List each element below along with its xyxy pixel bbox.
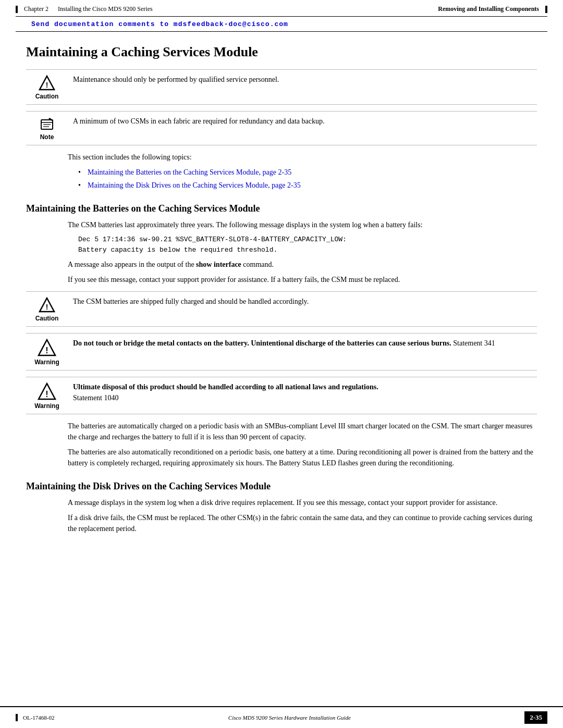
warning2-bold-text: Ultimate disposal of this product should… [73, 383, 378, 391]
note1-icon-col: Note [26, 116, 68, 141]
warning2-normal-text: Statement 1040 [73, 394, 119, 402]
section2-para1: A message displays in the system log whe… [68, 497, 537, 508]
warning1-row: ! Warning Do not touch or bridge the met… [26, 333, 537, 371]
caution1-row: ! Caution Maintenance should only be per… [26, 69, 537, 105]
warning1-icon: ! [38, 339, 56, 357]
footer-page-number: 2-35 [524, 711, 547, 724]
section1-para1: The CSM batteries last approximately thr… [68, 219, 537, 230]
header-left: Chapter 2 Installing the Cisco MDS 9200 … [16, 5, 153, 13]
page-container: Chapter 2 Installing the Cisco MDS 9200 … [0, 0, 563, 728]
svg-text:!: ! [46, 303, 48, 311]
topics-list: Maintaining the Batteries on the Caching… [78, 167, 537, 191]
svg-text:!: ! [46, 81, 48, 89]
section1-para2: A message also appears in the output of … [68, 259, 537, 270]
footer-left-bar [16, 714, 18, 721]
section2-heading: Maintaining the Disk Drives on the Cachi… [26, 481, 537, 492]
page-header: Chapter 2 Installing the Cisco MDS 9200 … [0, 0, 563, 16]
section1-para3: If you see this message, contact your su… [68, 274, 537, 285]
feedback-bar: Send documentation comments to mdsfeedba… [16, 16, 547, 32]
caution2-label: Caution [35, 315, 59, 322]
caution1-label: Caution [35, 93, 59, 100]
caution1-icon-col: ! Caution [26, 74, 68, 100]
warning1-icon-col: ! Warning [26, 338, 68, 366]
warning1-text: Do not touch or bridge the metal contact… [68, 338, 537, 349]
note-icon [39, 117, 55, 132]
svg-text:!: ! [45, 346, 48, 355]
warning1-normal-text: Statement 341 [451, 339, 495, 347]
header-chapter-title: Installing the Cisco MDS 9200 Series [58, 5, 153, 13]
header-right-bar [545, 6, 547, 13]
svg-text:!: ! [45, 390, 48, 399]
caution2-row: ! Caution The CSM batteries are shipped … [26, 291, 537, 327]
section1-para5: The batteries are also automatically rec… [68, 447, 537, 468]
show-interface-bold: show interface [196, 261, 241, 268]
header-right: Removing and Installing Components [438, 5, 547, 13]
footer-left: OL-17468-02 [16, 714, 55, 721]
note1-row: Note A minimum of two CSMs in each fabri… [26, 111, 537, 145]
header-chapter: Chapter 2 [24, 5, 48, 13]
note1-text: A minimum of two CSMs in each fabric are… [68, 116, 537, 127]
page-title: Maintaining a Caching Services Module [26, 44, 537, 60]
caution2-icon-col: ! Caution [26, 296, 68, 322]
caution-icon: ! [39, 75, 55, 92]
footer-doc-number: OL-17468-02 [23, 714, 55, 721]
caution2-text: The CSM batteries are shipped fully char… [68, 296, 537, 307]
warning1-label: Warning [34, 359, 59, 366]
intro-text: This section includes the following topi… [68, 152, 537, 163]
warning2-icon: ! [38, 382, 56, 401]
header-left-bar [16, 6, 18, 13]
warning2-label: Warning [34, 402, 59, 410]
code-line1: Dec 5 17:14:36 sw-90.21 %SVC_BATTERY-SLO… [78, 235, 537, 245]
warning2-row: ! Warning Ultimate disposal of this prod… [26, 377, 537, 414]
note1-label: Note [40, 133, 54, 141]
topic-link-2[interactable]: Maintaining the Disk Drives on the Cachi… [78, 180, 537, 191]
header-right-title: Removing and Installing Components [438, 5, 539, 13]
code-block: Dec 5 17:14:36 sw-90.21 %SVC_BATTERY-SLO… [78, 235, 537, 255]
section2-para2: If a disk drive fails, the CSM must be r… [68, 512, 537, 534]
topic-link-1-anchor[interactable]: Maintaining the Batteries on the Caching… [88, 168, 291, 176]
feedback-link[interactable]: Send documentation comments to mdsfeedba… [31, 20, 288, 28]
page-footer: OL-17468-02 Cisco MDS 9200 Series Hardwa… [0, 706, 563, 728]
section1-heading: Maintaining the Batteries on the Caching… [26, 203, 537, 214]
code-line2: Battery capacity is below the required t… [78, 245, 537, 255]
warning1-bold-text: Do not touch or bridge the metal contact… [73, 339, 451, 347]
warning2-text: Ultimate disposal of this product should… [68, 381, 537, 403]
section1-para4: The batteries are automatically charged … [68, 421, 537, 442]
main-content: Maintaining a Caching Services Module ! … [0, 32, 563, 554]
caution1-text: Maintenance should only be performed by … [68, 74, 537, 85]
topic-link-2-anchor[interactable]: Maintaining the Disk Drives on the Cachi… [88, 181, 301, 189]
topic-link-1[interactable]: Maintaining the Batteries on the Caching… [78, 167, 537, 178]
warning2-icon-col: ! Warning [26, 381, 68, 410]
footer-center: Cisco MDS 9200 Series Hardware Installat… [228, 714, 351, 721]
caution2-icon: ! [39, 297, 55, 314]
